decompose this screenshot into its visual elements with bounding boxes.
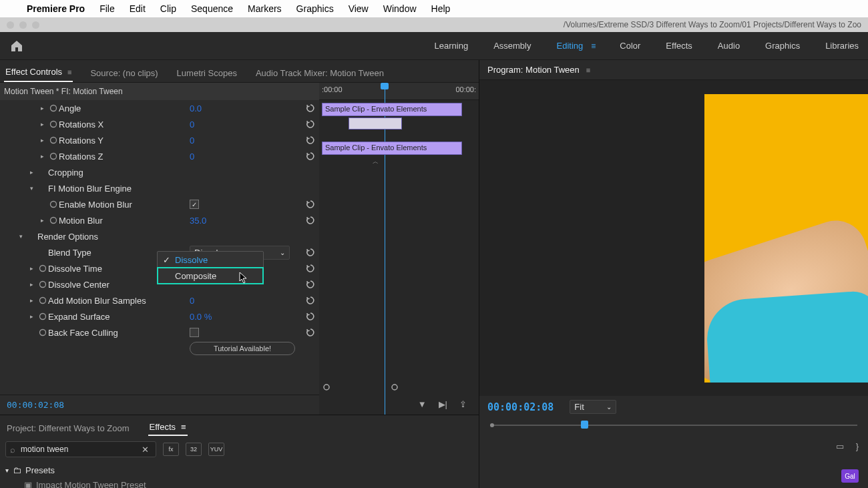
- traffic-lights[interactable]: [7, 21, 39, 29]
- menu-window[interactable]: Window: [383, 3, 417, 14]
- in-point-icon[interactable]: [490, 423, 494, 427]
- transition-bar[interactable]: [349, 117, 402, 130]
- app-name[interactable]: Premiere Pro: [27, 3, 85, 14]
- menu-help[interactable]: Help: [431, 3, 451, 14]
- filter-icon[interactable]: ▼: [418, 399, 427, 409]
- clip-bar-top[interactable]: Sample Clip - Envato Elements: [322, 103, 462, 116]
- reset-icon[interactable]: [302, 119, 319, 129]
- tab-program[interactable]: Program: Motion Tween≡: [486, 61, 592, 79]
- workspace-color[interactable]: Color: [618, 38, 642, 53]
- reset-icon[interactable]: [302, 200, 319, 209]
- workspace-graphics[interactable]: Graphics: [764, 38, 801, 53]
- reset-icon[interactable]: [302, 152, 319, 161]
- reset-icon[interactable]: [302, 328, 319, 337]
- program-timecode[interactable]: 00:00:02:08: [487, 401, 554, 413]
- menu-markers[interactable]: Markers: [248, 3, 282, 14]
- hamburger-icon[interactable]: ≡: [586, 66, 590, 74]
- zoom-out-handle[interactable]: [323, 384, 330, 391]
- menu-sequence[interactable]: Sequence: [191, 3, 233, 14]
- reset-icon[interactable]: [302, 248, 319, 257]
- tab-lumetri[interactable]: Lumetri Scopes: [176, 64, 238, 82]
- chevron-right-icon[interactable]: ▸: [25, 169, 37, 176]
- chevron-right-icon[interactable]: ▸: [36, 217, 48, 224]
- stopwatch-icon[interactable]: [48, 152, 59, 160]
- menu-file[interactable]: File: [99, 3, 115, 14]
- workspace-libraries[interactable]: Libraries: [824, 38, 860, 53]
- stopwatch-icon[interactable]: [37, 264, 48, 272]
- chevron-down-icon[interactable]: ▾: [15, 233, 27, 240]
- prop-value[interactable]: 0: [190, 119, 262, 130]
- prop-value[interactable]: 0.0 %: [190, 312, 262, 322]
- stopwatch-icon[interactable]: [37, 280, 48, 288]
- clip-bar-bottom[interactable]: Sample Clip - Envato Elements: [322, 142, 462, 155]
- effects-search-input[interactable]: [19, 444, 139, 455]
- reset-icon[interactable]: [302, 103, 319, 113]
- menu-graphics[interactable]: Graphics: [296, 3, 334, 14]
- playhead[interactable]: [385, 83, 385, 415]
- zoom-in-handle[interactable]: [391, 384, 398, 391]
- workspace-menu-icon[interactable]: ≡: [591, 41, 596, 51]
- export-frame-icon[interactable]: ⇪: [459, 399, 467, 409]
- tab-source[interactable]: Source: (no clips): [89, 64, 159, 82]
- reset-icon[interactable]: [302, 264, 319, 273]
- stopwatch-icon[interactable]: [48, 120, 59, 128]
- menu-clip[interactable]: Clip: [160, 3, 176, 14]
- tab-effect-controls[interactable]: Effect Controls≡: [4, 63, 73, 82]
- bracket-icon[interactable]: }: [856, 441, 859, 451]
- stopwatch-icon[interactable]: [37, 328, 48, 336]
- chevron-right-icon[interactable]: ▸: [36, 137, 48, 144]
- yuv-chip[interactable]: YUV: [208, 443, 224, 456]
- tree-presets[interactable]: ▾🗀Presets: [5, 463, 473, 477]
- zoom-window-icon[interactable]: [32, 21, 39, 29]
- reset-icon[interactable]: [302, 312, 319, 321]
- reset-icon[interactable]: [302, 280, 319, 289]
- 32bit-chip[interactable]: 32: [186, 443, 202, 456]
- chevron-right-icon[interactable]: ▸: [25, 297, 37, 304]
- workspace-audio[interactable]: Audio: [716, 38, 741, 53]
- workspace-learning[interactable]: Learning: [433, 38, 470, 53]
- hamburger-icon[interactable]: ≡: [181, 422, 186, 432]
- tree-item-preset[interactable]: ▣Impact Motion Tween Preset: [5, 477, 473, 488]
- tutorial-button[interactable]: Tutorial Available!: [190, 342, 295, 355]
- reset-icon[interactable]: [302, 296, 319, 305]
- chevron-right-icon[interactable]: ▸: [25, 313, 37, 320]
- play-only-icon[interactable]: ▶|: [439, 399, 447, 409]
- checkbox[interactable]: [190, 328, 199, 337]
- chevron-right-icon[interactable]: ▸: [25, 281, 37, 288]
- stopwatch-icon[interactable]: [48, 136, 59, 144]
- tab-effects[interactable]: Effects≡: [148, 419, 188, 436]
- workspace-assembly[interactable]: Assembly: [492, 38, 532, 53]
- program-scrubber[interactable]: [487, 418, 860, 430]
- prop-value[interactable]: 0: [190, 152, 262, 162]
- comment-marker-icon[interactable]: ▭: [836, 441, 844, 451]
- stopwatch-icon[interactable]: [48, 104, 59, 112]
- prop-value[interactable]: 35.0: [190, 216, 262, 226]
- chevron-right-icon[interactable]: ▸: [36, 105, 48, 111]
- reset-icon[interactable]: [302, 136, 319, 145]
- stopwatch-icon[interactable]: [48, 216, 59, 224]
- ec-time-ruler[interactable]: :00:00 00:00:: [319, 83, 479, 100]
- prop-value[interactable]: 0: [190, 136, 262, 146]
- scrub-playhead[interactable]: [581, 421, 588, 429]
- menu-view[interactable]: View: [349, 3, 369, 14]
- workspace-editing[interactable]: Editing: [556, 38, 585, 53]
- effects-search[interactable]: ⌕ ✕: [5, 441, 156, 457]
- chevron-right-icon[interactable]: ▸: [25, 265, 37, 272]
- checkbox[interactable]: ✓: [190, 200, 199, 209]
- prop-value[interactable]: 0: [190, 296, 262, 306]
- zoom-dropdown[interactable]: Fit⌄: [570, 400, 616, 414]
- accelerated-chip[interactable]: fx: [163, 443, 179, 456]
- chevron-right-icon[interactable]: ▸: [36, 121, 48, 128]
- stopwatch-icon[interactable]: [48, 200, 59, 208]
- tab-audio-mixer[interactable]: Audio Track Mixer: Motion Tween: [254, 64, 385, 82]
- stopwatch-icon[interactable]: [37, 312, 48, 320]
- tab-project[interactable]: Project: Different Ways to Zoom: [5, 421, 131, 436]
- clear-search-icon[interactable]: ✕: [139, 445, 152, 455]
- reset-icon[interactable]: [302, 216, 319, 225]
- chevron-right-icon[interactable]: ▸: [36, 153, 48, 160]
- home-button[interactable]: [8, 39, 25, 53]
- blend-option-dissolve[interactable]: ✓Dissolve: [158, 252, 263, 268]
- blend-option-composite[interactable]: Composite: [158, 268, 263, 284]
- chevron-down-icon[interactable]: ▾: [25, 185, 37, 192]
- hamburger-icon[interactable]: ≡: [67, 68, 71, 76]
